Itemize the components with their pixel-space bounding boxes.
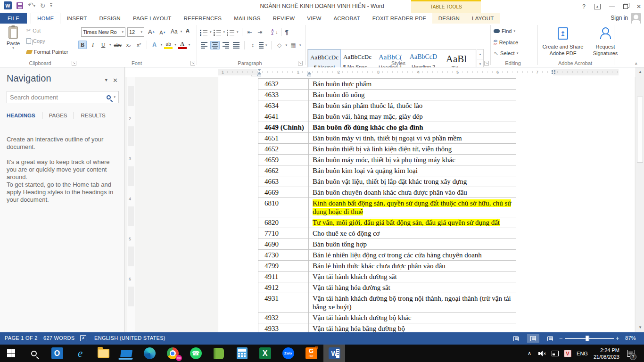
zoom-level[interactable]: 87%	[625, 335, 636, 341]
align-left-icon[interactable]	[200, 41, 208, 49]
scrollbar-thumb[interactable]	[637, 97, 643, 163]
tab-table-layout[interactable]: LAYOUT	[466, 13, 500, 24]
first-line-indent-marker[interactable]	[257, 69, 261, 71]
copy-button[interactable]: Copy	[26, 38, 45, 44]
table-cell-code[interactable]: 4933	[258, 323, 309, 332]
close-icon[interactable]: ✕	[636, 3, 641, 10]
replace-button[interactable]: abacReplace	[494, 39, 518, 46]
table-cell-code[interactable]: 4799	[258, 261, 309, 271]
table-cell-description[interactable]: Bán buôn chuyên doanh khác chưa được phâ…	[309, 187, 516, 197]
table-row[interactable]: 4911 Vận tải hành khách đường sắt	[258, 272, 516, 282]
help-icon[interactable]: ?	[582, 3, 586, 10]
hanging-indent-marker[interactable]	[257, 72, 261, 74]
table-cell-code[interactable]: 4651	[258, 133, 309, 143]
table-cell-code[interactable]: 4634	[258, 100, 309, 111]
table-cell-description[interactable]: Bán buôn đồ uống	[309, 90, 516, 100]
bullets-icon[interactable]	[200, 29, 208, 35]
clipboard-dialog-launcher-icon[interactable]: ↘	[72, 61, 76, 66]
table-cell-code[interactable]: 4652	[258, 144, 309, 154]
cell-indent-marker[interactable]	[307, 72, 311, 74]
taskbar-notes-app[interactable]	[208, 345, 230, 362]
table-row[interactable]: 4931 Vận tải hành khách đường bộ trong n…	[258, 293, 516, 313]
taskbar-word-active[interactable]: W	[323, 345, 345, 362]
table-cell-code[interactable]: 4730	[258, 250, 309, 260]
tab-references[interactable]: REFERENCES	[178, 13, 228, 24]
align-right-icon[interactable]	[222, 41, 230, 49]
taskbar-calculator[interactable]	[231, 345, 253, 362]
change-case-button[interactable]: Aa▾	[170, 27, 182, 36]
taskbar-excel[interactable]: X	[254, 345, 276, 362]
network-display-icon[interactable]	[549, 345, 561, 362]
table-cell-description[interactable]: Bán buôn thực phẩm	[309, 79, 516, 89]
table-cell-code[interactable]: 4663	[258, 176, 309, 187]
cell-indent-box[interactable]	[307, 74, 311, 76]
sign-in-link[interactable]: Sign in	[611, 15, 628, 21]
request-signatures-button[interactable]	[590, 27, 620, 40]
collapse-ribbon-icon[interactable]: ∧	[635, 61, 638, 66]
show-hide-pilcrow-icon[interactable]: ¶	[285, 29, 289, 36]
nav-tab-pages[interactable]: PAGES	[49, 111, 67, 120]
zoom-out-icon[interactable]: −	[559, 335, 563, 342]
table-cell-description[interactable]: Bán buôn máy móc, thiết bị và phụ tùng m…	[309, 155, 516, 165]
tab-insert[interactable]: INSERT	[60, 13, 93, 24]
multilevel-list-icon[interactable]	[227, 29, 235, 35]
paragraph-dialog-launcher-icon[interactable]: ↘	[298, 61, 303, 66]
table-cell-code[interactable]: 4659	[258, 155, 309, 165]
table-cell-description[interactable]: Vận tải hàng hóa bằng đường bộ	[309, 323, 516, 332]
language-tray[interactable]: ENG	[574, 345, 590, 362]
table-cell-description[interactable]: Bán buôn tổng hợp	[309, 239, 516, 249]
table-cell-code[interactable]: 4633	[258, 90, 309, 100]
align-center-icon[interactable]	[210, 41, 220, 49]
action-center-button[interactable]: 7	[621, 345, 640, 362]
table-cell-description[interactable]: Kinh doanh bất động sản, quyền sử dụng đ…	[309, 198, 516, 217]
tab-foxit-reader-pdf[interactable]: FOXIT READER PDF	[366, 13, 432, 24]
table-row[interactable]: 4690 Bán buôn tổng hợp	[258, 239, 516, 250]
font-color-button[interactable]: A	[178, 41, 187, 49]
table-cell-code[interactable]: 4641	[258, 111, 309, 122]
table-cell-code[interactable]: 6810	[258, 198, 309, 217]
table-row[interactable]: 4634 Bán buôn sản phẩm thuốc lá, thuốc l…	[258, 100, 516, 111]
nav-pane-close-icon[interactable]: ✕	[113, 77, 118, 84]
table-row[interactable]: 4663 Bán buôn vật liệu, thiết bị lắp đặt…	[258, 176, 516, 187]
table-row[interactable]: 6820 Tư vấn, môi giới, đấu giá bất động …	[258, 217, 516, 228]
print-layout-icon[interactable]	[527, 334, 539, 343]
grow-font-button[interactable]: A▲	[147, 27, 156, 36]
highlight-dropdown-icon[interactable]: ▾	[174, 43, 176, 47]
table-cell-code[interactable]: 6820	[258, 217, 309, 228]
paste-button[interactable]: Paste ▾	[4, 26, 23, 50]
underline-dropdown-icon[interactable]: ▾	[109, 43, 111, 47]
text-effects-button[interactable]: A	[150, 41, 159, 49]
table-row[interactable]: 6810 Kinh doanh bất động sản, quyền sử d…	[258, 198, 516, 217]
zoom-in-icon[interactable]: +	[616, 335, 619, 342]
format-painter-button[interactable]: Format Painter	[26, 49, 68, 55]
table-column-marker[interactable]	[552, 70, 555, 74]
table-cell-description[interactable]: Vận tải hàng hóa đường sắt	[309, 282, 516, 293]
font-dialog-launcher-icon[interactable]: ↘	[190, 61, 195, 66]
minimize-icon[interactable]: —	[609, 3, 615, 10]
table-cell-description[interactable]: Bán buôn thiết bị và linh kiện điện tử, …	[309, 144, 516, 154]
table-cell-description[interactable]: Bán lẻ nhiên liệu động cơ trong các cửa …	[309, 250, 516, 260]
table-cell-code[interactable]: 4932	[258, 313, 309, 323]
increase-indent-icon[interactable]: ⇥	[256, 28, 264, 36]
table-cell-description[interactable]: Vận tải hành khách đường bộ khác	[309, 313, 516, 323]
underline-button[interactable]: U	[99, 41, 107, 49]
web-layout-icon[interactable]	[544, 334, 556, 343]
read-mode-icon[interactable]	[510, 334, 522, 343]
font-family-combo[interactable]: Times New Ro▾	[81, 27, 125, 37]
select-button[interactable]: ↖Select▾	[494, 50, 518, 57]
table-row[interactable]: 4652 Bán buôn thiết bị và linh kiện điện…	[258, 144, 516, 155]
volume-muted-icon[interactable]: ✕	[536, 345, 548, 362]
table-cell-code[interactable]: 4669	[258, 187, 309, 197]
clock-tray[interactable]: 2:24 PM 21/08/2023	[590, 345, 619, 362]
tab-review[interactable]: REVIEW	[267, 13, 301, 24]
subscript-button[interactable]: x₂	[124, 41, 133, 49]
nav-tab-headings[interactable]: HEADINGS	[7, 111, 35, 120]
document-page[interactable]: 4632 Bán buôn thực phẩm 4633 Bán buôn đồ…	[218, 77, 635, 332]
table-cell-code[interactable]: 4690	[258, 239, 309, 249]
decrease-indent-icon[interactable]: ⇤	[246, 28, 254, 36]
word-count[interactable]: 627 WORDS	[43, 335, 74, 341]
borders-icon[interactable]: ▦	[289, 41, 297, 49]
zoom-slider-thumb[interactable]	[586, 336, 589, 341]
ultraviewer-tray-icon[interactable]: V	[561, 345, 574, 362]
table-cell-description[interactable]: Bán buôn vải, hàng may mặc, giày dép	[309, 111, 516, 122]
